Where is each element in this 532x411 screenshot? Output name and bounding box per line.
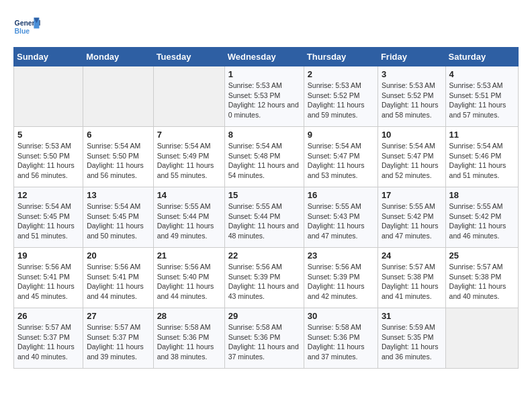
week-row-1: 1 Sunrise: 5:53 AMSunset: 5:53 PMDayligh… (14, 66, 519, 127)
header-cell-sunday: Sunday (14, 48, 83, 66)
day-cell: 25 Sunrise: 5:57 AMSunset: 5:38 PMDaylig… (445, 248, 518, 308)
week-row-4: 19 Sunrise: 5:56 AMSunset: 5:41 PMDaylig… (14, 248, 519, 308)
header-cell-saturday: Saturday (445, 48, 518, 66)
day-number: 21 (157, 250, 221, 261)
day-cell: 28 Sunrise: 5:58 AMSunset: 5:36 PMDaylig… (153, 308, 224, 369)
day-info: Sunrise: 5:57 AMSunset: 5:37 PMDaylight:… (87, 322, 149, 362)
day-number: 22 (228, 250, 300, 261)
day-info: Sunrise: 5:58 AMSunset: 5:36 PMDaylight:… (308, 322, 374, 362)
header-row: SundayMondayTuesdayWednesdayThursdayFrid… (14, 48, 519, 66)
header: General Blue (13, 13, 519, 40)
day-cell: 19 Sunrise: 5:56 AMSunset: 5:41 PMDaylig… (14, 248, 83, 308)
day-info: Sunrise: 5:55 AMSunset: 5:42 PMDaylight:… (449, 201, 515, 241)
day-info: Sunrise: 5:54 AMSunset: 5:45 PMDaylight:… (87, 201, 149, 241)
day-number: 23 (308, 250, 374, 261)
day-info: Sunrise: 5:53 AMSunset: 5:52 PMDaylight:… (382, 81, 442, 120)
day-cell (83, 66, 153, 127)
day-cell: 15 Sunrise: 5:55 AMSunset: 5:44 PMDaylig… (224, 187, 304, 248)
day-cell: 26 Sunrise: 5:57 AMSunset: 5:37 PMDaylig… (14, 308, 83, 369)
header-cell-wednesday: Wednesday (224, 48, 304, 66)
day-number: 7 (157, 130, 221, 140)
day-number: 27 (87, 311, 149, 321)
day-number: 1 (228, 69, 300, 79)
calendar-table: SundayMondayTuesdayWednesdayThursdayFrid… (13, 47, 519, 369)
day-cell: 10 Sunrise: 5:54 AMSunset: 5:47 PMDaylig… (378, 127, 445, 187)
day-cell: 29 Sunrise: 5:58 AMSunset: 5:36 PMDaylig… (224, 308, 304, 369)
day-info: Sunrise: 5:56 AMSunset: 5:39 PMDaylight:… (228, 262, 300, 302)
day-number: 14 (157, 190, 221, 200)
day-number: 28 (157, 311, 221, 321)
day-info: Sunrise: 5:54 AMSunset: 5:50 PMDaylight:… (87, 141, 149, 181)
day-number: 24 (382, 250, 442, 261)
day-info: Sunrise: 5:55 AMSunset: 5:42 PMDaylight:… (382, 201, 442, 241)
day-info: Sunrise: 5:58 AMSunset: 5:36 PMDaylight:… (228, 322, 300, 362)
day-number: 19 (17, 250, 79, 261)
day-cell: 30 Sunrise: 5:58 AMSunset: 5:36 PMDaylig… (304, 308, 378, 369)
day-info: Sunrise: 5:54 AMSunset: 5:49 PMDaylight:… (157, 141, 221, 181)
day-cell: 27 Sunrise: 5:57 AMSunset: 5:37 PMDaylig… (83, 308, 153, 369)
day-cell: 12 Sunrise: 5:54 AMSunset: 5:45 PMDaylig… (14, 187, 83, 248)
day-number: 26 (17, 311, 79, 321)
day-number: 25 (449, 250, 515, 261)
day-cell: 2 Sunrise: 5:53 AMSunset: 5:52 PMDayligh… (304, 66, 378, 127)
day-cell: 6 Sunrise: 5:54 AMSunset: 5:50 PMDayligh… (83, 127, 153, 187)
day-cell: 13 Sunrise: 5:54 AMSunset: 5:45 PMDaylig… (83, 187, 153, 248)
day-number: 6 (87, 130, 149, 140)
day-number: 29 (228, 311, 300, 321)
day-number: 11 (449, 130, 515, 140)
day-cell: 1 Sunrise: 5:53 AMSunset: 5:53 PMDayligh… (224, 66, 304, 127)
day-number: 10 (382, 130, 442, 140)
day-info: Sunrise: 5:56 AMSunset: 5:41 PMDaylight:… (17, 262, 79, 302)
day-number: 15 (228, 190, 300, 200)
day-cell: 31 Sunrise: 5:59 AMSunset: 5:35 PMDaylig… (378, 308, 445, 369)
day-info: Sunrise: 5:55 AMSunset: 5:44 PMDaylight:… (157, 201, 221, 241)
logo: General Blue (13, 13, 43, 40)
day-number: 8 (228, 130, 300, 140)
day-cell: 18 Sunrise: 5:55 AMSunset: 5:42 PMDaylig… (445, 187, 518, 248)
day-cell: 9 Sunrise: 5:54 AMSunset: 5:47 PMDayligh… (304, 127, 378, 187)
day-info: Sunrise: 5:58 AMSunset: 5:36 PMDaylight:… (157, 322, 221, 362)
day-cell: 8 Sunrise: 5:54 AMSunset: 5:48 PMDayligh… (224, 127, 304, 187)
day-info: Sunrise: 5:56 AMSunset: 5:41 PMDaylight:… (87, 262, 149, 302)
day-cell: 16 Sunrise: 5:55 AMSunset: 5:43 PMDaylig… (304, 187, 378, 248)
day-cell: 7 Sunrise: 5:54 AMSunset: 5:49 PMDayligh… (153, 127, 224, 187)
day-number: 31 (382, 311, 442, 321)
day-number: 30 (308, 311, 374, 321)
day-info: Sunrise: 5:59 AMSunset: 5:35 PMDaylight:… (382, 322, 442, 362)
day-info: Sunrise: 5:53 AMSunset: 5:50 PMDaylight:… (17, 141, 79, 181)
day-info: Sunrise: 5:54 AMSunset: 5:47 PMDaylight:… (308, 141, 374, 181)
svg-text:Blue: Blue (15, 28, 30, 35)
day-info: Sunrise: 5:54 AMSunset: 5:46 PMDaylight:… (449, 141, 515, 181)
day-number: 3 (382, 69, 442, 79)
day-number: 18 (449, 190, 515, 200)
day-cell: 5 Sunrise: 5:53 AMSunset: 5:50 PMDayligh… (14, 127, 83, 187)
day-cell: 23 Sunrise: 5:56 AMSunset: 5:39 PMDaylig… (304, 248, 378, 308)
header-cell-monday: Monday (83, 48, 153, 66)
day-cell (445, 308, 518, 369)
day-number: 9 (308, 130, 374, 140)
week-row-3: 12 Sunrise: 5:54 AMSunset: 5:45 PMDaylig… (14, 187, 519, 248)
day-cell: 14 Sunrise: 5:55 AMSunset: 5:44 PMDaylig… (153, 187, 224, 248)
day-info: Sunrise: 5:54 AMSunset: 5:45 PMDaylight:… (17, 201, 79, 241)
day-number: 20 (87, 250, 149, 261)
day-info: Sunrise: 5:57 AMSunset: 5:38 PMDaylight:… (382, 262, 442, 302)
week-row-5: 26 Sunrise: 5:57 AMSunset: 5:37 PMDaylig… (14, 308, 519, 369)
day-cell: 11 Sunrise: 5:54 AMSunset: 5:46 PMDaylig… (445, 127, 518, 187)
day-cell: 17 Sunrise: 5:55 AMSunset: 5:42 PMDaylig… (378, 187, 445, 248)
day-info: Sunrise: 5:56 AMSunset: 5:39 PMDaylight:… (308, 262, 374, 302)
header-cell-tuesday: Tuesday (153, 48, 224, 66)
week-row-2: 5 Sunrise: 5:53 AMSunset: 5:50 PMDayligh… (14, 127, 519, 187)
day-cell: 21 Sunrise: 5:56 AMSunset: 5:40 PMDaylig… (153, 248, 224, 308)
header-cell-thursday: Thursday (304, 48, 378, 66)
day-number: 17 (382, 190, 442, 200)
day-info: Sunrise: 5:53 AMSunset: 5:53 PMDaylight:… (228, 81, 300, 120)
day-cell: 3 Sunrise: 5:53 AMSunset: 5:52 PMDayligh… (378, 66, 445, 127)
day-cell: 20 Sunrise: 5:56 AMSunset: 5:41 PMDaylig… (83, 248, 153, 308)
day-info: Sunrise: 5:55 AMSunset: 5:44 PMDaylight:… (228, 201, 300, 241)
day-number: 2 (308, 69, 374, 79)
day-info: Sunrise: 5:57 AMSunset: 5:37 PMDaylight:… (17, 322, 79, 362)
day-cell: 24 Sunrise: 5:57 AMSunset: 5:38 PMDaylig… (378, 248, 445, 308)
day-info: Sunrise: 5:56 AMSunset: 5:40 PMDaylight:… (157, 262, 221, 302)
day-info: Sunrise: 5:54 AMSunset: 5:47 PMDaylight:… (382, 141, 442, 181)
day-number: 13 (87, 190, 149, 200)
